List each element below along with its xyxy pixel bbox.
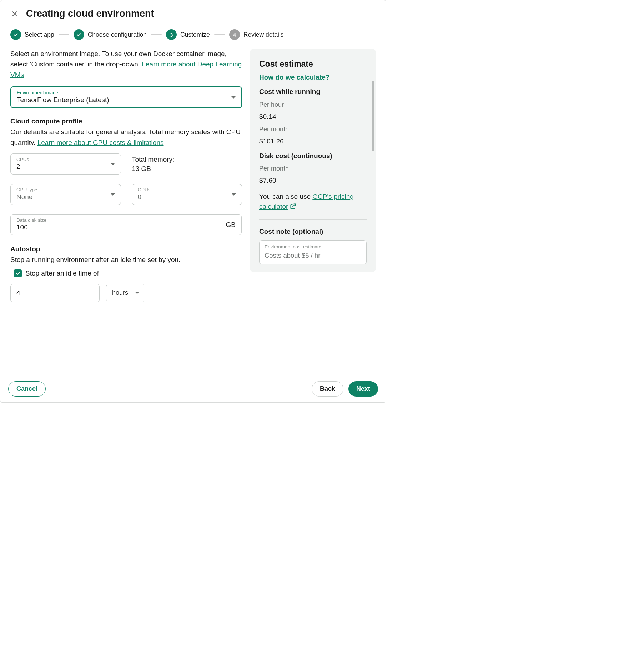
field-label: CPUs [16, 157, 115, 162]
step-select-app: Select app [10, 29, 54, 40]
chevron-down-icon [135, 292, 139, 294]
field-label: GPU type [16, 187, 115, 192]
cancel-button[interactable]: Cancel [8, 381, 46, 397]
step-label: Select app [25, 31, 54, 39]
disk-cost-title: Disk cost (continuous) [259, 151, 367, 161]
field-label: GPUs [138, 187, 236, 192]
check-icon [74, 29, 84, 40]
cost-running-title: Cost while running [259, 87, 367, 97]
intro-text: Select an environment image. To use your… [10, 49, 242, 80]
step-separator [59, 34, 69, 35]
gpus-select[interactable]: GPUs 0 [132, 184, 242, 205]
chevron-down-icon [232, 193, 236, 196]
check-icon [10, 29, 21, 40]
cpus-select[interactable]: CPUs 2 [10, 153, 121, 175]
total-memory-display: Total memory: 13 GB [132, 153, 174, 173]
step-label: Customize [180, 31, 210, 39]
compute-profile-desc: Our defaults are suitable for general an… [10, 127, 242, 148]
how-calculate-link[interactable]: How do we calculate? [259, 74, 329, 81]
field-label: Environment cost estimate [265, 243, 361, 251]
dialog-title: Creating cloud environment [26, 8, 154, 19]
cost-value: $101.26 [259, 136, 367, 147]
field-value: 2 [16, 163, 115, 171]
field-label: Environment image [17, 90, 236, 95]
learn-more-gpu-link[interactable]: Learn more about GPU costs & limitations [37, 139, 164, 146]
divider [259, 219, 367, 220]
autostop-unit-select[interactable]: hours [106, 284, 144, 302]
step-separator [151, 34, 162, 35]
scrollbar[interactable] [372, 81, 374, 151]
autostop-desc: Stop a running environment after an idle… [10, 254, 242, 265]
gcp-pricing-text: You can also use GCP's pricing calculato… [259, 192, 367, 212]
cost-label: Per hour [259, 100, 367, 110]
cost-estimate-panel: Cost estimate How do we calculate? Cost … [250, 49, 376, 272]
field-value: 100 [16, 223, 236, 231]
cost-label: Per month [259, 164, 367, 173]
step-customize: 3 Customize [166, 29, 210, 40]
step-label: Review details [243, 31, 284, 39]
step-number-badge: 4 [229, 29, 240, 40]
cost-note-title: Cost note (optional) [259, 227, 367, 237]
step-separator [214, 34, 225, 35]
cost-title: Cost estimate [259, 58, 367, 70]
next-button[interactable]: Next [348, 381, 378, 397]
close-icon[interactable] [10, 10, 19, 18]
field-value: None [16, 193, 115, 201]
environment-image-select[interactable]: Environment image TensorFlow Enterprise … [10, 86, 242, 108]
step-label: Choose configuration [88, 31, 147, 39]
autostop-checkbox[interactable] [14, 269, 22, 277]
cost-value: $0.14 [259, 112, 367, 122]
cost-label: Per month [259, 125, 367, 134]
step-review: 4 Review details [229, 29, 284, 40]
gpu-type-select[interactable]: GPU type None [10, 184, 121, 205]
step-number-badge: 3 [166, 29, 177, 40]
field-value: 0 [138, 193, 236, 201]
back-button[interactable]: Back [312, 381, 343, 397]
stepper: Select app Choose configuration 3 Custom… [0, 24, 386, 49]
field-label: Data disk size [16, 217, 236, 223]
chevron-down-icon [231, 96, 236, 99]
compute-profile-title: Cloud compute profile [10, 117, 242, 125]
field-value: TensorFlow Enterprise (Latest) [17, 96, 236, 104]
disk-size-input[interactable]: Data disk size 100 GB [10, 214, 242, 235]
chevron-down-icon [111, 193, 115, 196]
autostop-value-input[interactable]: 4 [10, 284, 100, 302]
unit-suffix: GB [226, 221, 236, 229]
chevron-down-icon [111, 163, 115, 165]
external-link-icon [290, 203, 297, 210]
autostop-checkbox-label: Stop after an idle time of [25, 269, 99, 277]
autostop-title: Autostop [10, 245, 242, 253]
step-choose-config: Choose configuration [74, 29, 147, 40]
cost-note-input[interactable]: Environment cost estimate Costs about $5… [259, 240, 367, 264]
dialog-footer: Cancel Back Next [0, 375, 386, 402]
field-placeholder: Costs about $5 / hr [265, 251, 361, 261]
cost-value: $7.60 [259, 176, 367, 186]
